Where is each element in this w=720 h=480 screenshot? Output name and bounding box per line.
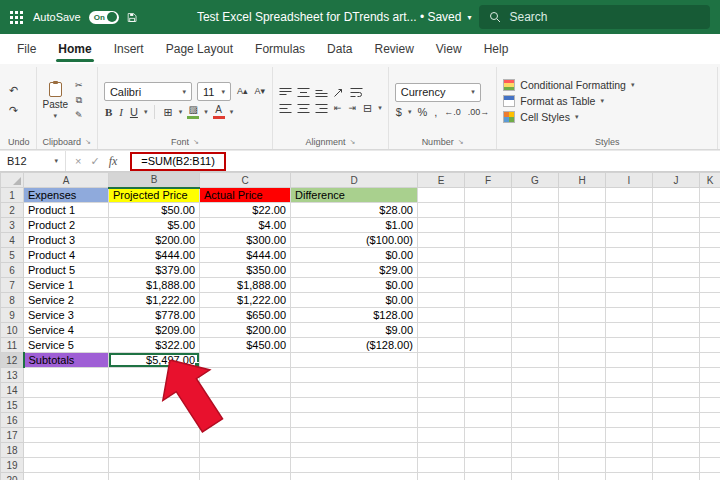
cell[interactable] (606, 368, 653, 383)
align-right-icon[interactable] (315, 103, 328, 114)
cell[interactable] (559, 398, 606, 413)
cell[interactable] (465, 338, 512, 353)
align-bottom-icon[interactable] (315, 87, 328, 98)
accounting-dropdown-icon[interactable]: ▾ (408, 108, 412, 116)
cell[interactable] (24, 383, 109, 398)
cell[interactable]: ($128.00) (291, 338, 418, 353)
cell[interactable] (24, 443, 109, 458)
orientation-icon[interactable] (333, 87, 345, 98)
paste-button[interactable]: Paste ▾ (43, 82, 69, 120)
cell[interactable] (418, 323, 465, 338)
row-header[interactable]: 6 (1, 263, 24, 278)
cell[interactable] (559, 458, 606, 473)
cell[interactable] (559, 263, 606, 278)
alignment-dialog-launcher-icon[interactable]: ↘ (349, 138, 355, 146)
align-middle-icon[interactable] (297, 87, 310, 98)
cell[interactable] (653, 473, 700, 480)
increase-decimal-icon[interactable]: ←.0 (443, 107, 462, 118)
cell[interactable] (465, 428, 512, 443)
menu-tab-home[interactable]: Home (47, 34, 102, 64)
fill-color-dropdown-icon[interactable]: ▾ (204, 108, 208, 116)
menu-tab-file[interactable]: File (6, 34, 47, 64)
cell[interactable] (418, 353, 465, 368)
underline-icon[interactable]: U (129, 106, 139, 119)
cell[interactable] (700, 323, 720, 338)
app-launcher-icon[interactable] (10, 11, 23, 24)
cell[interactable] (24, 428, 109, 443)
cell[interactable]: $350.00 (200, 263, 291, 278)
save-icon[interactable] (127, 11, 137, 24)
cell[interactable] (653, 413, 700, 428)
row-header[interactable]: 10 (1, 323, 24, 338)
cell[interactable] (200, 443, 291, 458)
cell[interactable] (559, 353, 606, 368)
menu-tab-review[interactable]: Review (363, 34, 424, 64)
cell-styles-button[interactable]: Cell Styles ▾ (503, 111, 711, 123)
borders-icon[interactable]: ⊞ (162, 106, 173, 119)
cell[interactable] (465, 353, 512, 368)
cell[interactable] (559, 413, 606, 428)
cell[interactable] (465, 248, 512, 263)
cell[interactable] (653, 323, 700, 338)
cell[interactable] (465, 398, 512, 413)
cell[interactable]: $5.00 (109, 218, 200, 233)
row-header[interactable]: 15 (1, 398, 24, 413)
bold-icon[interactable]: B (104, 106, 113, 119)
cell[interactable] (512, 458, 559, 473)
cell[interactable] (653, 248, 700, 263)
cell[interactable] (606, 323, 653, 338)
cell[interactable]: $1,222.00 (109, 293, 200, 308)
cell[interactable] (465, 413, 512, 428)
cell[interactable] (418, 458, 465, 473)
cell[interactable]: $4.00 (200, 218, 291, 233)
cell[interactable] (512, 443, 559, 458)
cell[interactable] (700, 428, 720, 443)
cell[interactable]: $0.00 (291, 248, 418, 263)
cell[interactable] (700, 263, 720, 278)
cell[interactable] (418, 338, 465, 353)
format-painter-icon[interactable]: ✎ (74, 110, 84, 121)
row-header[interactable]: 20 (1, 473, 24, 480)
cell[interactable] (512, 278, 559, 293)
cell[interactable] (559, 218, 606, 233)
cell[interactable]: Service 2 (24, 293, 109, 308)
cell[interactable] (465, 368, 512, 383)
cell[interactable] (512, 323, 559, 338)
cell[interactable] (653, 458, 700, 473)
cell[interactable] (512, 353, 559, 368)
menu-tab-page-layout[interactable]: Page Layout (155, 34, 244, 64)
cell[interactable]: $379.00 (109, 263, 200, 278)
search-box[interactable]: Search (479, 5, 710, 29)
comma-style-icon[interactable]: , (433, 106, 438, 119)
cell[interactable]: $9.00 (291, 323, 418, 338)
cell[interactable] (465, 263, 512, 278)
column-header[interactable]: J (653, 173, 700, 188)
cell[interactable] (606, 278, 653, 293)
row-header[interactable]: 14 (1, 383, 24, 398)
enter-icon[interactable]: ✓ (90, 155, 99, 168)
cell[interactable] (559, 338, 606, 353)
document-title[interactable]: Test Excel Spreadsheet for DTrends art..… (197, 10, 472, 24)
row-header[interactable]: 17 (1, 428, 24, 443)
font-name-select[interactable]: Calibri▾ (104, 82, 192, 101)
cell[interactable] (606, 443, 653, 458)
italic-icon[interactable]: I (118, 106, 124, 119)
row-header[interactable]: 19 (1, 458, 24, 473)
insert-function-icon[interactable]: fx (109, 154, 118, 169)
cell[interactable] (700, 188, 720, 203)
cell[interactable] (465, 308, 512, 323)
cell[interactable] (418, 443, 465, 458)
cell[interactable] (700, 443, 720, 458)
cell[interactable] (418, 233, 465, 248)
column-header[interactable]: E (418, 173, 465, 188)
cell[interactable]: $1,222.00 (200, 293, 291, 308)
cell[interactable] (559, 248, 606, 263)
cell[interactable] (653, 188, 700, 203)
cell[interactable] (512, 398, 559, 413)
align-left-icon[interactable] (279, 103, 292, 114)
cell[interactable] (465, 443, 512, 458)
cell[interactable]: $1,888.00 (200, 278, 291, 293)
cell[interactable] (512, 368, 559, 383)
cell[interactable] (700, 308, 720, 323)
cell[interactable] (512, 218, 559, 233)
